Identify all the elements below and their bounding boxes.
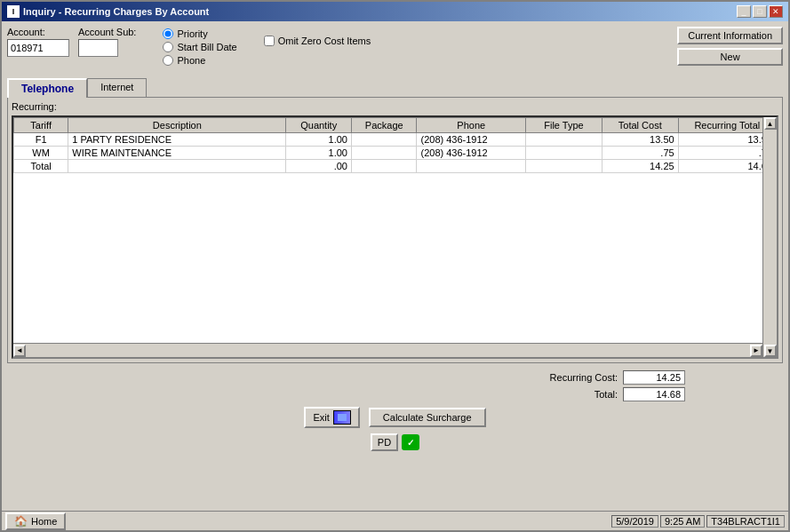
col-file-type: File Type <box>526 118 602 133</box>
pd-button-row: PD ✓ <box>371 433 419 451</box>
home-label: Home <box>31 516 57 527</box>
cell-recurring-total: .77 <box>678 147 776 160</box>
cell-description: 1 PARTY RESIDENCE <box>68 133 286 147</box>
scrollbar-vertical[interactable]: ▲ ▼ <box>762 117 777 357</box>
pd-button[interactable]: PD <box>371 433 398 451</box>
close-button[interactable]: ✕ <box>769 5 783 18</box>
radio-startbill-label: Start Bill Date <box>177 42 236 52</box>
radio-priority[interactable]: Priority <box>163 28 236 39</box>
col-quantity: Quantity <box>286 118 352 133</box>
total-label: Total: <box>529 389 618 400</box>
radio-startbill[interactable]: Start Bill Date <box>163 42 236 52</box>
table-total-row: Total .00 14.25 14.68 <box>14 160 777 173</box>
minimize-button[interactable]: _ <box>737 5 751 18</box>
pd-green-indicator: ✓ <box>402 434 419 450</box>
exit-label: Exit <box>313 412 329 423</box>
cell-package <box>351 147 417 160</box>
cell-phone: (208) 436-1912 <box>417 133 526 147</box>
cell-total-cost: 13.50 <box>602 133 678 147</box>
cell-recurring-total: 13.91 <box>678 133 776 147</box>
col-phone: Phone <box>417 118 526 133</box>
cell-phone: (208) 436-1912 <box>417 147 526 160</box>
table-row: F1 1 PARTY RESIDENCE 1.00 (208) 436-1912… <box>14 133 777 147</box>
cell-description: WIRE MAINTENANCE <box>68 147 286 160</box>
account-input[interactable] <box>7 39 69 57</box>
cell-package <box>351 133 417 147</box>
calculate-surcharge-button[interactable]: Calculate Surcharge <box>369 408 486 427</box>
new-button[interactable]: New <box>677 48 783 66</box>
cell-filetype <box>526 133 602 147</box>
cell-total-phone <box>417 160 526 173</box>
cell-filetype <box>526 147 602 160</box>
col-recurring-total: Recurring Total <box>678 118 776 133</box>
home-icon: 🏠 <box>14 515 28 528</box>
cell-tariff: F1 <box>14 133 68 147</box>
radio-phone-label: Phone <box>177 55 205 66</box>
cell-total-empty <box>68 160 286 173</box>
cell-total-qty: .00 <box>286 160 352 173</box>
scroll-down-button[interactable]: ▼ <box>764 345 777 357</box>
radio-priority-label: Priority <box>177 28 207 39</box>
data-table: Tariff Description Quantity Package Phon… <box>12 115 778 359</box>
table-row: WM WIRE MAINTENANCE 1.00 (208) 436-1912 … <box>14 147 777 160</box>
cell-quantity: 1.00 <box>286 133 352 147</box>
cell-total-cost: .75 <box>602 147 678 160</box>
col-description: Description <box>68 118 286 133</box>
radio-phone[interactable]: Phone <box>163 55 236 66</box>
home-button[interactable]: 🏠 Home <box>5 512 66 530</box>
account-sub-input[interactable] <box>78 39 118 57</box>
status-time: 9:25 AM <box>660 515 705 528</box>
account-label: Account: <box>7 27 69 37</box>
maximize-button[interactable]: □ <box>753 5 767 18</box>
recurring-cost-value: 14.25 <box>623 370 685 385</box>
window-title: Inquiry - Recurring Charges By Account <box>23 6 209 17</box>
cell-total-recurring: 14.68 <box>678 160 776 173</box>
exit-icon <box>333 410 351 425</box>
title-bar: I Inquiry - Recurring Charges By Account… <box>2 2 788 21</box>
status-bar: 🏠 Home 5/9/2019 9:25 AM T34BLRACT1I1 <box>2 511 788 530</box>
tab-internet[interactable]: Internet <box>87 78 147 97</box>
col-tariff: Tariff <box>14 118 68 133</box>
col-package: Package <box>351 118 417 133</box>
scroll-up-button[interactable]: ▲ <box>764 117 777 130</box>
account-sub-label: Account Sub: <box>78 27 136 37</box>
status-date: 5/9/2019 <box>611 515 658 528</box>
col-total-cost: Total Cost <box>602 118 678 133</box>
cell-total-pkg <box>351 160 417 173</box>
exit-button[interactable]: Exit <box>304 407 359 428</box>
scroll-right-button[interactable]: ► <box>750 345 762 357</box>
total-value: 14.68 <box>623 387 685 401</box>
cell-total-cost: 14.25 <box>602 160 678 173</box>
scrollbar-horizontal[interactable]: ◄ ► <box>13 343 762 357</box>
cell-quantity: 1.00 <box>286 147 352 160</box>
tab-internet-label: Internet <box>100 82 133 92</box>
omit-zero-label: Omit Zero Cost Items <box>278 36 371 46</box>
current-info-button[interactable]: Current Information <box>677 27 783 44</box>
cell-tariff: WM <box>14 147 68 160</box>
app-icon: I <box>7 5 20 18</box>
scroll-left-button[interactable]: ◄ <box>13 345 26 357</box>
recurring-label: Recurring: <box>12 101 778 112</box>
tab-telephone-label: Telephone <box>21 83 74 95</box>
status-system: T34BLRACT1I1 <box>706 515 785 528</box>
omit-zero-checkbox[interactable] <box>264 36 275 46</box>
recurring-cost-label: Recurring Cost: <box>529 372 618 383</box>
tab-telephone[interactable]: Telephone <box>7 78 87 98</box>
cell-total-filetype <box>526 160 602 173</box>
cell-total-label: Total <box>14 160 68 173</box>
